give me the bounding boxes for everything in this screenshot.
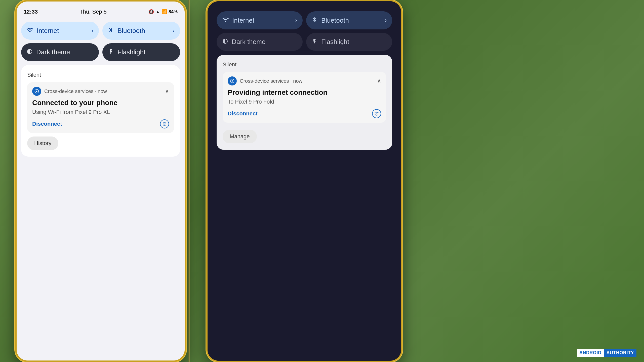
bluetooth-tile-icon-right xyxy=(312,17,318,24)
status-icons-left: 🔇 ▲ 📶 84% xyxy=(148,9,178,15)
status-bar-left: 12:33 Thu, Sep 5 🔇 ▲ 📶 84% xyxy=(21,7,180,17)
notif-title-left: Connected to your phone xyxy=(32,99,169,107)
wifi-icon: ▲ xyxy=(155,9,160,15)
notif-source-right: Cross-device services · now xyxy=(240,78,302,84)
phone-left-screen: 12:33 Thu, Sep 5 🔇 ▲ 📶 84% Internet › xyxy=(17,2,185,360)
wifi-tile-icon-right xyxy=(222,16,229,24)
phone-left: 12:33 Thu, Sep 5 🔇 ▲ 📶 84% Internet › xyxy=(15,0,186,362)
tile-darktheme-label-right: Dark theme xyxy=(232,38,265,46)
tile-bluetooth-arrow-left: › xyxy=(173,27,175,34)
right-phone-content: Internet › Bluetooth › Dark theme xyxy=(212,6,397,155)
manage-button-right[interactable]: Manage xyxy=(223,130,257,143)
snooze-icon-right[interactable] xyxy=(372,109,381,118)
wifi-tile-icon xyxy=(27,27,33,35)
svg-point-1 xyxy=(232,80,233,82)
battery-left: 84% xyxy=(169,9,178,15)
tile-internet-arrow-left: › xyxy=(92,27,93,34)
cross-device-icon-left xyxy=(32,87,41,96)
history-button-left[interactable]: History xyxy=(27,137,58,150)
watermark-authority: AUTHORITY xyxy=(604,349,637,357)
signal-icon: 📶 xyxy=(162,9,167,15)
tile-internet-left[interactable]: Internet › xyxy=(21,22,99,40)
notif-title-right: Providing internet connection xyxy=(228,88,381,97)
flashlight-tile-icon xyxy=(108,49,114,56)
mute-icon: 🔇 xyxy=(148,9,154,15)
silent-label-right: Silent xyxy=(223,61,386,68)
phone-divider xyxy=(188,0,190,362)
silent-label-left: Silent xyxy=(27,72,174,78)
notification-item-right: Cross-device services · now ∧ Providing … xyxy=(223,72,386,123)
tile-bluetooth-right[interactable]: Bluetooth › xyxy=(306,11,392,29)
notif-expand-left[interactable]: ∧ xyxy=(165,88,169,95)
disconnect-btn-right[interactable]: Disconnect xyxy=(228,110,258,117)
tile-flashlight-label-left: Flashlight xyxy=(117,48,145,56)
darktheme-tile-icon-right xyxy=(222,38,228,46)
notification-item-left: Cross-device services · now ∧ Connected … xyxy=(27,82,174,133)
bluetooth-tile-icon xyxy=(108,27,114,34)
tile-bluetooth-arrow-right: › xyxy=(385,17,387,24)
tile-darktheme-left[interactable]: Dark theme xyxy=(21,43,99,61)
darktheme-tile-icon xyxy=(27,49,33,56)
tile-flashlight-label-right: Flashlight xyxy=(321,38,349,46)
notif-header-left: Cross-device services · now ∧ xyxy=(32,87,169,96)
tile-flashlight-right[interactable]: Flashlight xyxy=(306,33,392,51)
notif-body-right: To Pixel 9 Pro Fold xyxy=(228,99,381,105)
tile-internet-right[interactable]: Internet › xyxy=(217,11,303,29)
snooze-icon-left[interactable] xyxy=(160,119,169,128)
svg-point-0 xyxy=(36,91,37,92)
flashlight-tile-icon-right xyxy=(312,38,318,46)
time-left: 12:33 xyxy=(24,9,38,15)
tile-internet-label-right: Internet xyxy=(232,17,254,24)
notif-actions-right: Disconnect xyxy=(228,109,381,118)
tile-flashlight-left[interactable]: Flashlight xyxy=(102,43,180,61)
notif-header-right: Cross-device services · now ∧ xyxy=(228,76,381,85)
tile-bluetooth-label-left: Bluetooth xyxy=(117,27,145,35)
tile-bluetooth-left[interactable]: Bluetooth › xyxy=(102,22,180,40)
notif-actions-left: Disconnect xyxy=(32,119,169,128)
cross-device-icon-right xyxy=(228,76,237,85)
notification-card-left: Silent Cross-device services · now ∧ Con… xyxy=(21,65,180,157)
notif-source-left: Cross-device services · now xyxy=(44,88,107,94)
tile-bluetooth-label-right: Bluetooth xyxy=(321,17,349,24)
tile-darktheme-label-left: Dark theme xyxy=(36,48,70,56)
date-left: Thu, Sep 5 xyxy=(79,9,107,15)
watermark: ANDROID AUTHORITY xyxy=(577,349,636,357)
phone-right-screen: Internet › Bluetooth › Dark theme xyxy=(208,1,401,361)
tile-internet-label-left: Internet xyxy=(37,27,59,35)
notif-body-left: Using Wi-Fi from Pixel 9 Pro XL xyxy=(32,109,169,115)
notification-card-right: Silent Cross-device services · now ∧ Pro… xyxy=(217,55,392,150)
tile-darktheme-right[interactable]: Dark theme xyxy=(217,33,303,51)
phone-right: Internet › Bluetooth › Dark theme xyxy=(206,0,403,362)
tile-internet-arrow-right: › xyxy=(295,17,297,24)
notif-expand-right[interactable]: ∧ xyxy=(377,78,381,84)
disconnect-btn-left[interactable]: Disconnect xyxy=(32,121,62,127)
watermark-android: ANDROID xyxy=(577,349,604,357)
quick-tiles-right: Internet › Bluetooth › Dark theme xyxy=(217,11,392,51)
quick-tiles-left: Internet › Bluetooth › Dark theme xyxy=(21,22,180,61)
